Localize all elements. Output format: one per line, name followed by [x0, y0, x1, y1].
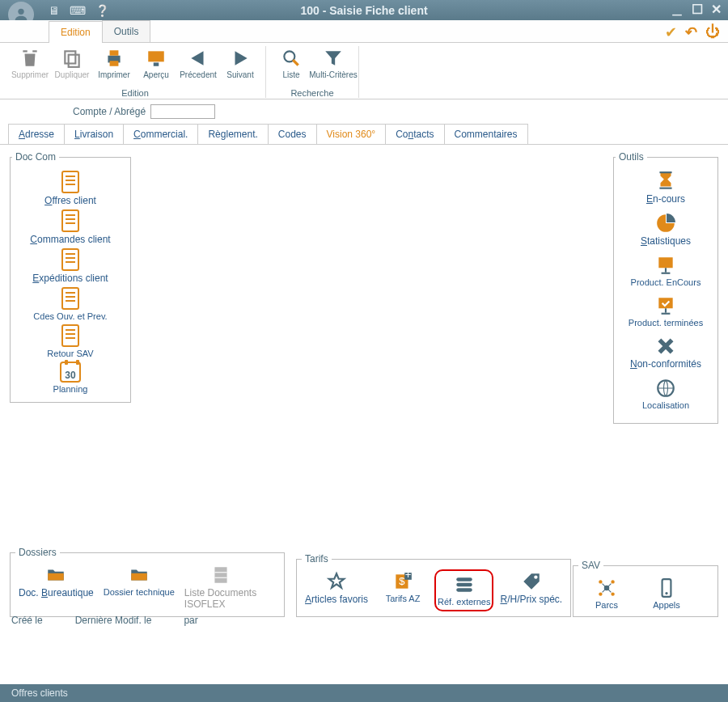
document-icon [61, 171, 79, 193]
svg-point-32 [611, 580, 614, 583]
modif-le-label: Dernière Modif. le [75, 615, 152, 626]
tarifs-legend: Tarifs [302, 553, 332, 565]
svg-point-0 [18, 8, 23, 14]
main-tabbar: Edition Outils ✔ ↶ ⏻ [0, 20, 728, 43]
content-area: Doc Com Offres client Commandes client E… [0, 145, 728, 646]
tarifs-group: Tarifs Articles favoris $+Tarifs AZ Réf.… [296, 553, 571, 617]
precedent-button[interactable]: Précedent [178, 46, 218, 81]
tab-edition[interactable]: Edition [49, 21, 103, 43]
cdes-ouv-prev-button[interactable]: Cdes Ouv. et Prev. [12, 287, 129, 321]
svg-point-34 [611, 592, 614, 595]
svg-rect-2 [69, 55, 79, 67]
statistiques-button[interactable]: Statistiques [616, 213, 716, 247]
minimize-button[interactable]: ＿ [671, 2, 684, 19]
statusbar: Offres clients [0, 684, 728, 702]
dupliquer-button[interactable]: Dupliquer [52, 46, 92, 81]
phone-icon [654, 577, 679, 598]
monitor-icon[interactable]: 🖥 [49, 4, 60, 17]
multicriteres-button[interactable]: Multi-Critères [313, 46, 353, 81]
window-title: 100 - Saisie Fiche client [300, 4, 427, 17]
board-icon [654, 255, 678, 276]
svg-rect-15 [658, 298, 672, 308]
subtab-vision360[interactable]: Vision 360° [316, 124, 387, 144]
rh-prix-spec-button[interactable]: R/H/Prix spéc. [497, 569, 565, 611]
svg-rect-6 [148, 51, 164, 61]
doccom-group: Doc Com Offres client Commandes client E… [10, 151, 131, 403]
parcs-button[interactable]: Parcs [578, 576, 635, 611]
nonconformites-button[interactable]: Non-conformités [616, 336, 716, 370]
localisation-button[interactable]: Localisation [616, 378, 716, 410]
retour-sav-button[interactable]: Retour SAV [12, 324, 129, 358]
svg-line-36 [608, 584, 611, 586]
liste-button[interactable]: Liste [271, 46, 311, 81]
group-recherche-label: Recherche [290, 88, 333, 98]
subtab-contacts[interactable]: Contacts [385, 124, 444, 144]
validate-button[interactable]: ✔ [665, 23, 677, 41]
subtab-reglement[interactable]: Règlement. [197, 124, 268, 144]
svg-text:+: + [405, 571, 412, 581]
ref-externes-button[interactable]: Réf. externes [434, 569, 493, 611]
svg-rect-4 [110, 50, 119, 56]
maximize-button[interactable]: ☐ [692, 2, 703, 19]
subtab-adresse[interactable]: Adresse [8, 124, 65, 144]
articles-favoris-button[interactable]: Articles favoris [302, 569, 371, 611]
par-label: par [184, 615, 197, 626]
titlebar: 🖥 ⌨ ❔ 100 - Saisie Fiche client ＿ ☐ ✕ [0, 0, 728, 20]
liste-documents-button[interactable]: Liste DocumentsISOFLEX [181, 563, 260, 611]
compte-row: Compte / Abrégé [0, 99, 728, 124]
globe-icon [654, 378, 678, 399]
subtab-codes[interactable]: Codes [268, 124, 317, 144]
price-icon: $+ [391, 571, 415, 592]
subtab-commercial[interactable]: Commercial. [123, 124, 198, 144]
apercu-button[interactable]: Aperçu [136, 46, 176, 81]
planning-button[interactable]: 30Planning [12, 362, 129, 394]
tag-icon [519, 571, 544, 592]
svg-rect-10 [659, 171, 671, 173]
outils-group: Outils En-cours Statistiques Product. En… [613, 151, 718, 424]
undo-button[interactable]: ↶ [685, 23, 697, 41]
dossier-technique-button[interactable]: Dossier technique [100, 563, 178, 611]
piechart-icon [654, 213, 678, 234]
compte-label: Compte / Abrégé [73, 106, 146, 117]
document-icon [61, 209, 79, 232]
status-text: Offres clients [11, 687, 68, 699]
imprimer-button[interactable]: Imprimer [94, 46, 134, 81]
svg-rect-11 [659, 188, 671, 189]
group-edition-label: Edition [121, 88, 149, 98]
sav-legend: SAV [578, 560, 603, 571]
encours-button[interactable]: En-cours [616, 171, 716, 205]
tab-outils[interactable]: Outils [102, 20, 151, 42]
product-encours-button[interactable]: Product. EnCours [616, 255, 716, 287]
document-icon [61, 287, 79, 310]
svg-rect-28 [456, 588, 472, 591]
doc-bureautique-button[interactable]: Doc. Bureautique [15, 563, 97, 611]
product-terminees-button[interactable]: Product. terminées [616, 295, 716, 328]
svg-point-40 [665, 592, 667, 594]
offres-client-button[interactable]: Offres client [12, 171, 129, 206]
keyboard-icon[interactable]: ⌨ [70, 4, 86, 17]
subtab-livraison[interactable]: Livraison [64, 124, 124, 144]
svg-rect-1 [65, 51, 75, 63]
expeditions-client-button[interactable]: Expéditions client [12, 248, 129, 284]
power-button[interactable]: ⏻ [705, 23, 720, 41]
cabinet-icon [209, 565, 233, 586]
doccom-legend: Doc Com [12, 151, 59, 163]
network-icon [595, 577, 619, 598]
svg-line-37 [603, 590, 605, 592]
supprimer-button[interactable]: Supprimer [10, 46, 50, 81]
folder-icon [127, 565, 151, 586]
compte-input[interactable] [150, 104, 215, 119]
folder-icon [44, 565, 68, 586]
sav-group: SAV Parcs Appels [573, 560, 718, 617]
document-icon [61, 248, 79, 271]
help-icon[interactable]: ❔ [95, 4, 109, 17]
svg-rect-5 [110, 61, 119, 66]
commandes-client-button[interactable]: Commandes client [12, 209, 129, 245]
appels-button[interactable]: Appels [638, 576, 695, 611]
suivant-button[interactable]: Suivant [220, 46, 260, 81]
audit-info: Créé le Dernière Modif. le par [0, 612, 728, 628]
tarifs-az-button[interactable]: $+Tarifs AZ [375, 569, 431, 611]
svg-rect-26 [456, 577, 472, 581]
subtab-commentaires[interactable]: Commentaires [444, 124, 528, 144]
close-button[interactable]: ✕ [711, 2, 722, 19]
